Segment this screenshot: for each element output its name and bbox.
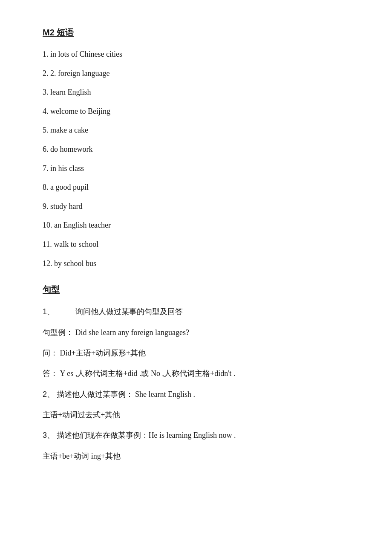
sentence-item-5: 2、 描述他人做过某事例： She learnt English . [43,387,349,401]
sentence-label: 答： [43,369,58,378]
sentence-text: 主语+be+动词 ing+其他 [43,452,121,460]
list-item: 5. make a cake [43,124,349,137]
list-item: 8. a good pupil [43,181,349,194]
list-item: 3. learn English [43,86,349,99]
list-item: 6. do homework [43,143,349,156]
list-item: 2. 2. foreign language [43,67,349,80]
list-item: 4. welcome to Beijing [43,105,349,118]
sentence-label: 问： [43,349,58,357]
phrases-list: 1. in lots of Chinese cities 2. 2. forei… [43,48,349,270]
sentence-text: 主语+动词过去式+其他 [43,410,120,419]
sentence-label: 句型例： [43,328,73,337]
sentence-text: Y es ,人称代词主格+did .或 No ,人称代词主格+didn't . [60,369,236,378]
sentence-item-7: 3、 描述他们现在在做某事例：He is learning English no… [43,428,349,442]
sentence-label: 1、 [43,307,55,316]
sentences-section: 句型 1、 询问他人做过某事的句型及回答 句型例： Did she learn … [43,283,349,463]
sentence-text: 描述他人做过某事例： She learnt English . [57,390,195,399]
sentence-item-1: 1、 询问他人做过某事的句型及回答 [43,305,349,318]
sentence-item-2: 句型例： Did she learn any foreign languages… [43,326,349,339]
phrases-section: M2 短语 1. in lots of Chinese cities 2. 2.… [43,26,349,270]
list-item: 12. by school bus [43,257,349,270]
sentence-label: 2、 [43,390,55,399]
sentence-item-6: 主语+动词过去式+其他 [43,408,349,422]
list-item: 7. in his class [43,162,349,175]
sentence-text: Did she learn any foreign languages? [75,328,189,337]
sentence-text: Did+主语+动词原形+其他 [60,349,146,357]
sentences-title: 句型 [43,283,349,296]
sentence-text: 描述他们现在在做某事例：He is learning English now . [57,431,236,439]
list-item: 10. an English teacher [43,219,349,232]
sentence-item-3: 问： Did+主语+动词原形+其他 [43,346,349,360]
list-item: 1. in lots of Chinese cities [43,48,349,61]
sentence-item-8: 主语+be+动词 ing+其他 [43,449,349,463]
list-item: 11. walk to school [43,238,349,251]
list-item: 9. study hard [43,200,349,213]
sentence-text: 询问他人做过某事的句型及回答 [75,307,183,316]
sentence-item-4: 答： Y es ,人称代词主格+did .或 No ,人称代词主格+didn't… [43,367,349,380]
phrases-title: M2 短语 [43,26,349,39]
sentence-label: 3、 [43,431,55,439]
